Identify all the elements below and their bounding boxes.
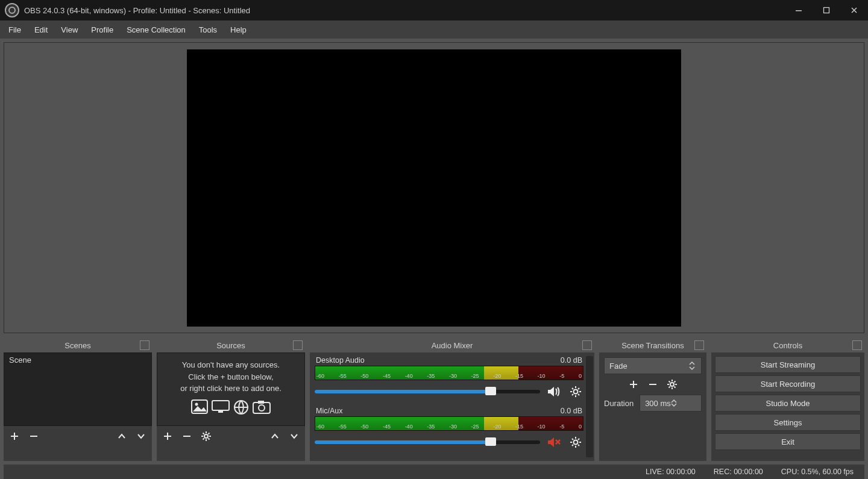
preview-area[interactable] bbox=[4, 42, 864, 333]
svg-point-13 bbox=[670, 383, 674, 386]
dock-scenes: Scenes Scene bbox=[4, 338, 152, 461]
dock-panels: Scenes Scene Sources bbox=[0, 333, 868, 461]
sources-empty-line: You don't have any sources. bbox=[166, 359, 296, 371]
volume-meter: -60-55-50-45-40-35-30-25-20-15-10-50 bbox=[315, 416, 583, 431]
duration-spinbox[interactable]: 300 ms bbox=[640, 395, 702, 412]
transition-properties-button[interactable] bbox=[667, 379, 678, 390]
sources-list[interactable]: You don't have any sources. Click the + … bbox=[157, 352, 305, 426]
settings-button[interactable]: Settings bbox=[715, 414, 861, 431]
status-cpu: CPU: 0.5%, 60.00 fps bbox=[781, 468, 854, 476]
svg-point-12 bbox=[574, 440, 578, 445]
svg-rect-4 bbox=[212, 401, 229, 410]
add-source-button[interactable] bbox=[162, 430, 174, 442]
dock-sources-title[interactable]: Sources bbox=[157, 338, 305, 352]
remove-source-button[interactable] bbox=[181, 430, 193, 442]
popout-icon[interactable] bbox=[293, 340, 303, 350]
sources-toolbar bbox=[157, 426, 305, 446]
track-level: 0.0 dB bbox=[561, 356, 582, 365]
track-name: Desktop Audio bbox=[316, 356, 365, 365]
move-scene-down-button[interactable] bbox=[135, 430, 147, 442]
svg-point-9 bbox=[259, 405, 265, 411]
dock-transitions: Scene Transitions Fade Duration bbox=[599, 338, 706, 461]
track-name: Mic/Aux bbox=[316, 407, 342, 415]
status-rec: REC: 00:00:00 bbox=[714, 468, 763, 476]
menu-tools[interactable]: Tools bbox=[193, 23, 223, 37]
start-streaming-button[interactable]: Start Streaming bbox=[715, 356, 861, 373]
duration-label: Duration bbox=[604, 399, 634, 408]
dock-sources-title-label: Sources bbox=[216, 341, 245, 350]
duration-value: 300 ms bbox=[645, 399, 671, 408]
dock-transitions-title-label: Scene Transitions bbox=[621, 341, 684, 350]
svg-rect-7 bbox=[253, 402, 270, 413]
mixer-scrollbar[interactable] bbox=[586, 356, 593, 457]
dock-scenes-title[interactable]: Scenes bbox=[4, 338, 152, 352]
move-source-up-button[interactable] bbox=[269, 430, 281, 442]
mixer-track-desktop-audio: Desktop Audio 0.0 dB -60-55-50-45-40-35-… bbox=[315, 356, 583, 399]
volume-meter: -60-55-50-45-40-35-30-25-20-15-10-50 bbox=[315, 366, 583, 380]
chevron-updown-icon bbox=[671, 399, 677, 407]
svg-point-10 bbox=[204, 434, 208, 438]
studio-mode-button[interactable]: Studio Mode bbox=[715, 395, 861, 412]
titlebar[interactable]: OBS 24.0.3 (64-bit, windows) - Profile: … bbox=[0, 0, 868, 20]
remove-scene-button[interactable] bbox=[28, 430, 40, 442]
meter-ticks: -60-55-50-45-40-35-30-25-20-15-10-50 bbox=[315, 417, 583, 430]
move-source-down-button[interactable] bbox=[288, 430, 300, 442]
dock-scenes-title-label: Scenes bbox=[64, 341, 90, 350]
display-source-icon bbox=[212, 399, 230, 415]
dock-transitions-title[interactable]: Scene Transitions bbox=[599, 338, 706, 352]
chevron-updown-icon bbox=[689, 360, 697, 371]
sources-empty-line: or right click here to add one. bbox=[166, 383, 296, 395]
add-transition-button[interactable] bbox=[628, 379, 639, 390]
start-recording-button[interactable]: Start Recording bbox=[715, 375, 861, 392]
volume-slider[interactable] bbox=[315, 440, 540, 444]
move-scene-up-button[interactable] bbox=[116, 430, 128, 442]
preview-canvas bbox=[187, 49, 681, 327]
track-level: 0.0 dB bbox=[561, 407, 582, 415]
remove-transition-button[interactable] bbox=[647, 379, 658, 390]
transition-select[interactable]: Fade bbox=[604, 357, 702, 374]
volume-slider[interactable] bbox=[315, 390, 540, 393]
dock-mixer-title[interactable]: Audio Mixer bbox=[310, 338, 594, 352]
svg-rect-8 bbox=[258, 401, 264, 404]
popout-icon[interactable] bbox=[582, 340, 592, 350]
svg-point-11 bbox=[574, 390, 578, 394]
popout-icon[interactable] bbox=[694, 340, 704, 350]
dock-audio-mixer: Audio Mixer Desktop Audio 0.0 dB -60-55-… bbox=[310, 338, 594, 461]
close-button[interactable] bbox=[840, 0, 868, 20]
app-window: OBS 24.0.3 (64-bit, windows) - Profile: … bbox=[0, 0, 868, 479]
track-settings-button[interactable] bbox=[568, 434, 583, 450]
scenes-list[interactable]: Scene bbox=[4, 352, 152, 426]
minimize-button[interactable] bbox=[785, 0, 813, 20]
list-item[interactable]: Scene bbox=[4, 353, 151, 367]
exit-button[interactable]: Exit bbox=[715, 433, 861, 450]
statusbar: LIVE: 00:00:00 REC: 00:00:00 CPU: 0.5%, … bbox=[4, 465, 864, 479]
menu-profile[interactable]: Profile bbox=[85, 23, 119, 37]
menu-scene-collection[interactable]: Scene Collection bbox=[121, 23, 192, 37]
track-settings-button[interactable] bbox=[568, 384, 583, 399]
svg-rect-1 bbox=[824, 8, 829, 13]
sources-empty-line: Click the + button below, bbox=[166, 371, 296, 383]
menu-view[interactable]: View bbox=[55, 23, 84, 37]
add-scene-button[interactable] bbox=[8, 430, 20, 442]
menu-edit[interactable]: Edit bbox=[28, 23, 54, 37]
dock-sources: Sources You don't have any sources. Clic… bbox=[157, 338, 305, 461]
svg-rect-5 bbox=[218, 411, 223, 413]
transition-select-value: Fade bbox=[609, 362, 627, 371]
source-properties-button[interactable] bbox=[200, 430, 212, 442]
popout-icon[interactable] bbox=[852, 340, 862, 350]
speaker-muted-icon[interactable] bbox=[546, 434, 562, 450]
popout-icon[interactable] bbox=[140, 340, 149, 350]
svg-rect-0 bbox=[796, 10, 802, 11]
dock-controls: Controls Start Streaming Start Recording… bbox=[711, 338, 864, 461]
scenes-toolbar bbox=[4, 426, 152, 446]
menu-help[interactable]: Help bbox=[224, 23, 253, 37]
menu-file[interactable]: File bbox=[2, 23, 27, 37]
sources-empty-text: You don't have any sources. Click the + … bbox=[157, 353, 304, 397]
image-source-icon bbox=[191, 399, 208, 415]
browser-source-icon bbox=[233, 399, 249, 415]
maximize-button[interactable] bbox=[813, 0, 840, 20]
status-live: LIVE: 00:00:00 bbox=[646, 468, 696, 476]
speaker-icon[interactable] bbox=[546, 384, 562, 399]
mixer-track-mic-aux: Mic/Aux 0.0 dB -60-55-50-45-40-35-30-25-… bbox=[315, 407, 583, 450]
dock-controls-title[interactable]: Controls bbox=[711, 338, 864, 352]
